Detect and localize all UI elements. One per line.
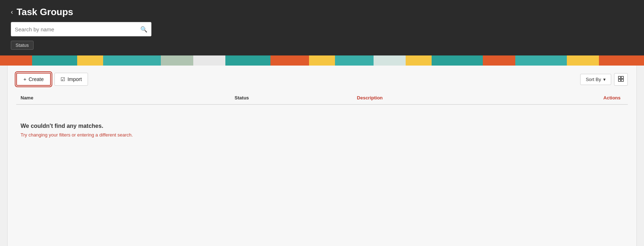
column-actions: Actions xyxy=(536,91,628,104)
import-label: Import xyxy=(67,76,82,82)
import-icon: ☑ xyxy=(61,76,65,82)
status-filter-button[interactable]: Status xyxy=(11,41,34,50)
back-arrow-icon[interactable]: ‹ xyxy=(11,8,13,16)
empty-state-title: We couldn't find any matches. xyxy=(21,123,623,129)
table-header: Name Status Description Actions xyxy=(16,91,628,104)
sort-by-button[interactable]: Sort By ▾ xyxy=(580,74,611,85)
title-row: ‹ Task Groups xyxy=(11,6,633,18)
data-table: Name Status Description Actions We could… xyxy=(16,91,628,145)
filter-row: Status xyxy=(11,41,633,50)
empty-state-cell: We couldn't find any matches. Try changi… xyxy=(16,104,628,145)
sort-label: Sort By xyxy=(586,77,601,82)
grid-view-button[interactable] xyxy=(614,73,628,86)
svg-rect-0 xyxy=(618,76,621,79)
search-input[interactable] xyxy=(15,26,140,32)
toolbar-right: Sort By ▾ xyxy=(580,73,628,86)
top-header: ‹ Task Groups 🔍 Status xyxy=(0,0,644,55)
column-description: Description xyxy=(353,91,536,104)
plus-icon: + xyxy=(23,76,26,82)
page-title: Task Groups xyxy=(17,6,73,18)
search-icon: 🔍 xyxy=(140,26,147,33)
toolbar: + Create ☑ Import Sort By ▾ xyxy=(16,73,628,86)
svg-rect-2 xyxy=(618,79,621,81)
grid-icon xyxy=(618,76,624,83)
empty-state: We couldn't find any matches. Try changi… xyxy=(16,105,628,145)
toolbar-left: + Create ☑ Import xyxy=(16,73,88,86)
column-status: Status xyxy=(230,91,353,104)
svg-rect-3 xyxy=(621,79,623,81)
main-content: + Create ☑ Import Sort By ▾ xyxy=(7,66,637,246)
create-button[interactable]: + Create xyxy=(16,73,51,86)
column-name: Name xyxy=(16,91,230,104)
search-bar[interactable]: 🔍 xyxy=(11,22,151,36)
svg-rect-1 xyxy=(621,76,623,79)
sort-chevron-icon: ▾ xyxy=(603,77,606,82)
table-body: We couldn't find any matches. Try changi… xyxy=(16,104,628,145)
empty-state-subtitle: Try changing your filters or entering a … xyxy=(21,132,623,138)
color-banner xyxy=(0,55,644,66)
import-button[interactable]: ☑ Import xyxy=(54,73,88,86)
table-header-row: Name Status Description Actions xyxy=(16,91,628,104)
empty-state-row: We couldn't find any matches. Try changi… xyxy=(16,104,628,145)
create-label: Create xyxy=(28,76,44,82)
